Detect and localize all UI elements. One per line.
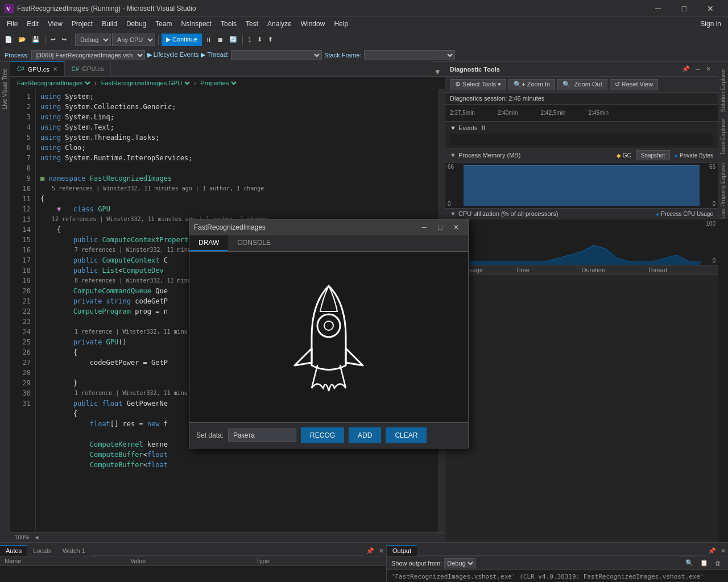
modal-tabs: DRAW CONSOLE [189,235,468,252]
svg-point-14 [317,314,340,337]
modal-controls: ─ □ ✕ [417,221,464,234]
clear-button[interactable]: CLEAR [386,427,427,443]
modal-footer: Set data: RECOG ADD CLEAR [189,422,468,448]
modal-titlebar: FastRecognizedImages ─ □ ✕ [189,219,468,235]
set-data-label: Set data: [196,431,224,439]
modal-maximize-button[interactable]: □ [433,221,448,234]
modal-title: FastRecognizedImages [194,223,417,231]
svg-point-15 [324,321,333,330]
modal-tab-console[interactable]: CONSOLE [228,235,280,251]
modal-minimize-button[interactable]: ─ [417,221,432,234]
modal-dialog: FastRecognizedImages ─ □ ✕ DRAW CONSOLE [189,219,469,448]
modal-tab-draw[interactable]: DRAW [189,235,228,251]
modal-overlay: FastRecognizedImages ─ □ ✕ DRAW CONSOLE [0,0,728,582]
set-data-input[interactable] [228,429,296,442]
modal-canvas-area[interactable] [189,252,468,422]
recog-button[interactable]: RECOG [301,427,344,443]
rocket-drawing [272,269,386,405]
add-button[interactable]: ADD [349,427,381,443]
modal-close-button[interactable]: ✕ [449,221,464,234]
